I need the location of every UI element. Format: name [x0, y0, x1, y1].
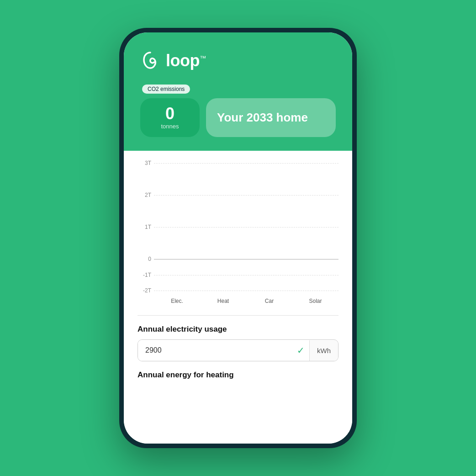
bars-container	[154, 160, 338, 288]
phone-device: loop™ CO2 emissions 0 tonnes Your 2033 h…	[119, 28, 357, 448]
x-label-heat: Heat	[209, 298, 237, 304]
phone-screen: loop™ CO2 emissions 0 tonnes Your 2033 h…	[124, 32, 352, 444]
y-label-neg2t: -2T	[138, 287, 154, 294]
logo-text: loop™	[166, 51, 206, 70]
x-axis-labels: Elec. Heat Car Solar	[154, 298, 338, 304]
section-divider	[138, 315, 338, 316]
co2-value: 0	[165, 106, 175, 122]
co2-zero-card: 0 tonnes	[140, 98, 200, 137]
y-label-3t: 3T	[138, 160, 154, 166]
y-label-neg1t: -1T	[138, 272, 154, 278]
chart-section: 3T 2T 1T	[124, 151, 352, 311]
bar-chart: 3T 2T 1T	[138, 160, 338, 306]
logo-area: loop™	[140, 51, 336, 71]
home-label: Your 2033 home	[217, 111, 308, 125]
home-card[interactable]: Your 2033 home	[206, 98, 336, 137]
check-icon: ✓	[292, 345, 309, 356]
y-label-0: 0	[138, 256, 154, 262]
electricity-label: Annual electricity usage	[138, 325, 338, 334]
co2-unit: tonnes	[161, 123, 179, 130]
phone-content: 3T 2T 1T	[124, 151, 352, 444]
co2-label: CO2 emissions	[140, 85, 336, 98]
x-label-car: Car	[255, 298, 283, 304]
heating-label: Annual energy for heating	[138, 370, 338, 380]
loop-icon	[140, 51, 160, 71]
y-label-2t: 2T	[138, 192, 154, 198]
electricity-input-row[interactable]: ✓ kWh	[138, 339, 338, 361]
electricity-input[interactable]	[138, 340, 292, 361]
x-label-solar: Solar	[301, 298, 329, 304]
app-header: loop™ CO2 emissions 0 tonnes Your 2033 h…	[124, 32, 352, 151]
metric-row: 0 tonnes Your 2033 home	[140, 98, 336, 151]
x-label-elec: Elec.	[163, 298, 191, 304]
y-label-1t: 1T	[138, 224, 154, 230]
electricity-unit: kWh	[309, 340, 338, 361]
form-section: Annual electricity usage ✓ kWh Annual en…	[124, 320, 352, 394]
